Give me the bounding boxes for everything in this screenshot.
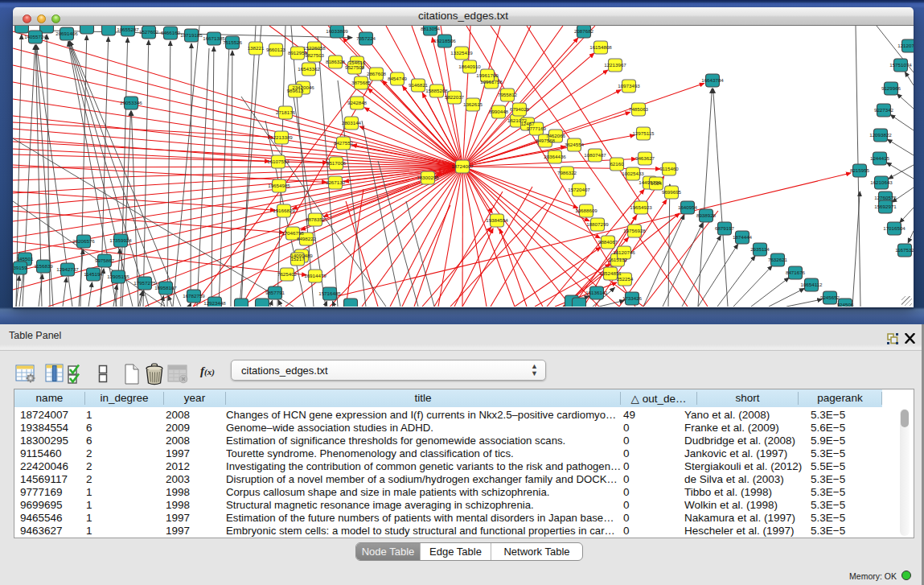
svg-text:20206576: 20206576 — [72, 238, 95, 244]
svg-text:18640910: 18640910 — [458, 64, 481, 69]
svg-text:14055724: 14055724 — [24, 34, 47, 39]
svg-text:6879197: 6879197 — [715, 225, 735, 231]
svg-text:20364436: 20364436 — [544, 154, 566, 159]
svg-text:10025433: 10025433 — [622, 171, 644, 176]
svg-text:9827503: 9827503 — [305, 52, 325, 58]
svg-text:1733426: 1733426 — [622, 295, 643, 301]
svg-text:12923448: 12923448 — [203, 300, 226, 306]
svg-text:7955812: 7955812 — [498, 92, 518, 97]
svg-text:8215955: 8215955 — [850, 167, 870, 173]
svg-text:15716485: 15716485 — [318, 290, 341, 296]
svg-text:7357224: 7357224 — [356, 35, 376, 41]
svg-text:18300295: 18300295 — [417, 175, 439, 180]
svg-text:8186328: 8186328 — [326, 59, 346, 64]
svg-text:19961700: 19961700 — [476, 72, 499, 78]
svg-text:16914479: 16914479 — [304, 273, 326, 278]
svg-text:12760575: 12760575 — [874, 195, 897, 200]
svg-text:12905155: 12905155 — [107, 274, 129, 279]
svg-text:16033809: 16033809 — [326, 28, 348, 34]
svg-text:18807299: 18807299 — [586, 221, 609, 227]
svg-text:252254: 252254 — [617, 276, 634, 282]
svg-text:16107553: 16107553 — [267, 159, 290, 164]
svg-text:1244415: 1244415 — [870, 155, 890, 161]
svg-text:6498222: 6498222 — [297, 236, 317, 241]
svg-text:9242848: 9242848 — [347, 100, 368, 105]
svg-text:9699695: 9699695 — [662, 189, 682, 195]
svg-text:15720407: 15720407 — [568, 187, 590, 192]
svg-text:6794028: 6794028 — [510, 106, 530, 112]
svg-text:29053346: 29053346 — [120, 100, 142, 105]
svg-text:3875685: 3875685 — [351, 80, 372, 85]
svg-text:12942737: 12942737 — [56, 266, 79, 272]
svg-text:10654112: 10654112 — [800, 282, 823, 287]
svg-text:12213389: 12213389 — [270, 134, 293, 140]
svg-text:16643784: 16643784 — [701, 77, 724, 83]
svg-text:9857791: 9857791 — [265, 290, 285, 295]
svg-text:17046798: 17046798 — [281, 230, 304, 236]
svg-text:10958107: 10958107 — [154, 285, 177, 290]
svg-text:1167532: 1167532 — [895, 247, 914, 253]
svg-text:15692971: 15692971 — [874, 204, 897, 209]
svg-text:17359924: 17359924 — [109, 237, 132, 243]
svg-text:2803144: 2803144 — [342, 120, 362, 126]
svg-text:9115460: 9115460 — [659, 166, 679, 171]
svg-text:1362615: 1362615 — [463, 101, 483, 107]
svg-text:17016504: 17016504 — [883, 225, 906, 231]
svg-text:9146821: 9146821 — [409, 82, 429, 88]
svg-text:2867608: 2867608 — [367, 71, 387, 76]
svg-text:15136141: 15136141 — [585, 290, 608, 295]
svg-text:1874444: 1874444 — [733, 234, 753, 240]
svg-text:15751074: 15751074 — [889, 62, 912, 68]
svg-text:3624554: 3624554 — [565, 142, 585, 147]
svg-text:15226058: 15226058 — [303, 45, 326, 51]
svg-text:8454749: 8454749 — [388, 76, 408, 81]
svg-text:9517006: 9517006 — [326, 160, 347, 166]
svg-text:7632621: 7632621 — [768, 257, 788, 262]
svg-text:19218506: 19218506 — [433, 38, 456, 43]
svg-text:1156839: 1156839 — [34, 263, 53, 269]
svg-text:19384554: 19384554 — [486, 217, 508, 223]
svg-text:19756928: 19756928 — [623, 228, 646, 233]
svg-text:10655287: 10655287 — [117, 27, 139, 32]
svg-text:16210643: 16210643 — [870, 179, 893, 185]
svg-text:145501: 145501 — [17, 256, 34, 262]
svg-text:7986322: 7986322 — [557, 170, 577, 175]
svg-text:19166829: 19166829 — [273, 208, 295, 213]
svg-text:12120757: 12120757 — [897, 43, 914, 48]
svg-text:10719185: 10719185 — [180, 32, 203, 38]
svg-text:10973493: 10973493 — [618, 83, 640, 89]
svg-text:7462066: 7462066 — [546, 133, 566, 138]
svg-text:39159: 39159 — [13, 265, 27, 270]
svg-text:9777169: 9777169 — [527, 126, 547, 131]
svg-text:7625402: 7625402 — [277, 271, 298, 277]
svg-text:9884067: 9884067 — [598, 239, 618, 245]
svg-text:19654923: 19654923 — [630, 204, 652, 210]
svg-text:8813054: 8813054 — [421, 26, 441, 31]
svg-text:9975867: 9975867 — [95, 257, 115, 263]
svg-text:2935114: 2935114 — [750, 246, 770, 252]
svg-text:15885208: 15885208 — [425, 88, 448, 93]
svg-text:16782759: 16782759 — [183, 293, 205, 299]
svg-text:1145194: 1145194 — [84, 271, 103, 277]
svg-text:20691406: 20691406 — [55, 31, 78, 36]
svg-text:1615132: 1615132 — [608, 257, 628, 262]
svg-text:9129966: 9129966 — [881, 85, 901, 91]
svg-text:7515526: 7515526 — [223, 39, 243, 45]
svg-text:16154808: 16154808 — [589, 44, 612, 50]
svg-text:10807487: 10807487 — [584, 152, 606, 158]
svg-text:8990448: 8990448 — [489, 109, 509, 114]
svg-text:989613: 989613 — [287, 88, 304, 93]
svg-text:2718176: 2718176 — [276, 109, 296, 115]
svg-text:9245652: 9245652 — [820, 295, 840, 300]
svg-text:9604: 9604 — [651, 180, 662, 186]
svg-text:7485063: 7485063 — [629, 106, 649, 112]
svg-text:6466160: 6466160 — [161, 30, 181, 35]
svg-text:1640954: 1640954 — [678, 204, 698, 210]
svg-text:9463627: 9463627 — [635, 155, 655, 161]
svg-text:9660123: 9660123 — [266, 47, 286, 52]
svg-text:9227342: 9227342 — [874, 107, 894, 113]
svg-text:15217: 15217 — [290, 256, 305, 262]
svg-text:12093822: 12093822 — [869, 132, 892, 138]
svg-text:8938928: 8938928 — [696, 212, 717, 218]
svg-text:62160: 62160 — [610, 161, 624, 167]
